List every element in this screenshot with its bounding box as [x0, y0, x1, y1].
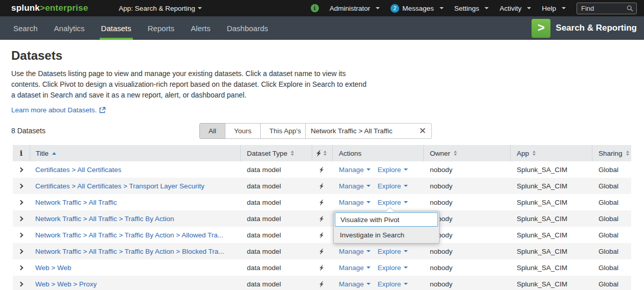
explore-menu-button[interactable]: Explore [378, 182, 408, 190]
chevron-right-icon [18, 281, 24, 286]
chevron-down-icon [366, 168, 371, 171]
header-dataset-type[interactable]: Dataset Type [241, 145, 312, 161]
chevron-down-icon [376, 7, 380, 9]
menu-item-visualize-with-pivot[interactable]: Visualize with Pivot [335, 212, 438, 227]
manage-menu-button[interactable]: Manage [339, 182, 371, 190]
dataset-title-link[interactable]: Network Traffic > All Traffic [35, 199, 117, 206]
header-owner[interactable]: Owner [424, 145, 511, 161]
owner-cell: nobody [424, 161, 511, 178]
tab-search[interactable]: Search [5, 16, 46, 40]
help-menu[interactable]: Help [542, 5, 566, 12]
sharing-cell: Global [592, 259, 631, 276]
tab-dashboards[interactable]: Dashboards [219, 16, 277, 40]
explore-label: Explore [378, 248, 401, 255]
accelerated-cell [312, 178, 333, 194]
explore-dropdown-menu: Visualize with Pivot Investigate in Sear… [333, 211, 440, 244]
find-input[interactable] [581, 5, 627, 12]
explore-menu-button[interactable]: Explore [378, 264, 408, 272]
expand-row-toggle[interactable] [13, 210, 30, 227]
settings-menu[interactable]: Settings [454, 5, 489, 12]
filter-bar: 8 Datasets All Yours This App's ✕ [11, 123, 633, 139]
dataset-title-link[interactable]: Web > Web [35, 264, 71, 272]
actions-cell: ManageExplore [333, 178, 424, 194]
actions-cell: ManageExplore [333, 161, 424, 178]
accelerated-cell [312, 276, 333, 290]
activity-menu[interactable]: Activity [499, 5, 531, 12]
chevron-down-icon [366, 250, 371, 252]
expand-row-toggle[interactable] [13, 227, 30, 243]
app-cell: Splunk_SA_CIM [511, 161, 592, 178]
splunk-logo[interactable]: splunk>enterprise [11, 3, 88, 13]
sort-ascending-icon [52, 152, 56, 155]
dataset-filter-input[interactable] [311, 127, 418, 135]
filter-this-apps-button[interactable]: This App's [260, 123, 310, 139]
dataset-title-link[interactable]: Network Traffic > All Traffic > Traffic … [35, 231, 223, 239]
sort-icon [626, 151, 629, 156]
manage-menu-button[interactable]: Manage [339, 199, 371, 206]
clear-filter-icon[interactable]: ✕ [418, 127, 427, 135]
dataset-title-link[interactable]: Network Traffic > All Traffic > Traffic … [35, 215, 174, 223]
manage-label: Manage [339, 166, 364, 174]
dataset-type-cell: data model [241, 259, 312, 276]
dataset-type-cell: data model [241, 243, 312, 259]
expand-row-toggle[interactable] [13, 178, 30, 194]
app-context-label: App: Search & Reporting [119, 5, 195, 12]
menu-caret-icon [386, 208, 394, 211]
header-title-label: Title [36, 150, 49, 157]
sort-icon [324, 151, 327, 156]
table-header: i Title Dataset Type Actions Owner [13, 145, 631, 161]
manage-menu-button[interactable]: Manage [339, 248, 371, 255]
menu-item-investigate-in-search[interactable]: Investigate in Search [335, 228, 438, 242]
dataset-title-link[interactable]: Certificates > All Certificates [35, 166, 121, 174]
filter-all-button[interactable]: All [199, 123, 225, 139]
messages-count-badge: 2 [390, 4, 399, 13]
find-search-box[interactable] [577, 3, 637, 14]
app-name: Search & Reporting [556, 23, 637, 33]
manage-menu-button[interactable]: Manage [339, 280, 371, 288]
datasets-table: i Title Dataset Type Actions Owner [13, 145, 631, 290]
explore-menu-button[interactable]: Explore [378, 199, 408, 206]
dataset-title-link[interactable]: Certificates > All Certificates > Transp… [35, 182, 204, 190]
manage-menu-button[interactable]: Manage [339, 166, 371, 174]
chevron-right-icon [18, 167, 24, 172]
tab-reports[interactable]: Reports [140, 16, 183, 40]
explore-menu-button[interactable]: Explore [378, 248, 408, 255]
dataset-title-link[interactable]: Web > Web > Proxy [35, 280, 97, 288]
manage-label: Manage [339, 248, 364, 255]
learn-more-link[interactable]: Learn more about Datasets. [11, 106, 106, 114]
lightning-icon [319, 232, 324, 238]
logo-brand: splunk [11, 3, 40, 13]
header-accelerated[interactable] [312, 145, 333, 161]
table-body: Certificates > All Certificatesdata mode… [13, 161, 631, 290]
header-sharing[interactable]: Sharing [592, 145, 631, 161]
user-menu[interactable]: Administrator [330, 5, 380, 12]
app-context-menu[interactable]: App: Search & Reporting [119, 5, 201, 12]
messages-menu[interactable]: 2 Messages [390, 4, 444, 13]
expand-row-toggle[interactable] [13, 276, 30, 290]
explore-menu-button[interactable]: Explore [378, 166, 408, 174]
explore-menu-button[interactable]: Explore [378, 280, 408, 288]
lightning-icon [319, 215, 324, 222]
activity-label: Activity [499, 5, 521, 12]
expand-row-toggle[interactable] [13, 243, 30, 259]
external-link-icon [99, 107, 106, 113]
table-row: Web > Webdata modelManageExplorenobodySp… [13, 259, 631, 276]
tab-datasets[interactable]: Datasets [93, 16, 140, 40]
search-icon [627, 5, 633, 12]
actions-cell: ManageExplore [333, 243, 424, 259]
manage-menu-button[interactable]: Manage [339, 264, 371, 272]
tab-alerts[interactable]: Alerts [182, 16, 218, 40]
expand-row-toggle[interactable] [13, 161, 30, 178]
health-status-icon[interactable]: i [311, 4, 319, 12]
chevron-down-icon [366, 283, 371, 285]
lightning-icon [319, 166, 324, 173]
expand-row-toggle[interactable] [13, 259, 30, 276]
header-app[interactable]: App [511, 145, 592, 161]
expand-row-toggle[interactable] [13, 194, 30, 210]
dataset-title-link[interactable]: Network Traffic > All Traffic > Traffic … [35, 248, 224, 255]
chevron-right-icon [18, 200, 24, 205]
header-actions: Actions [333, 145, 424, 161]
filter-yours-button[interactable]: Yours [225, 123, 261, 139]
tab-analytics[interactable]: Analytics [46, 16, 93, 40]
header-title[interactable]: Title [30, 145, 241, 161]
